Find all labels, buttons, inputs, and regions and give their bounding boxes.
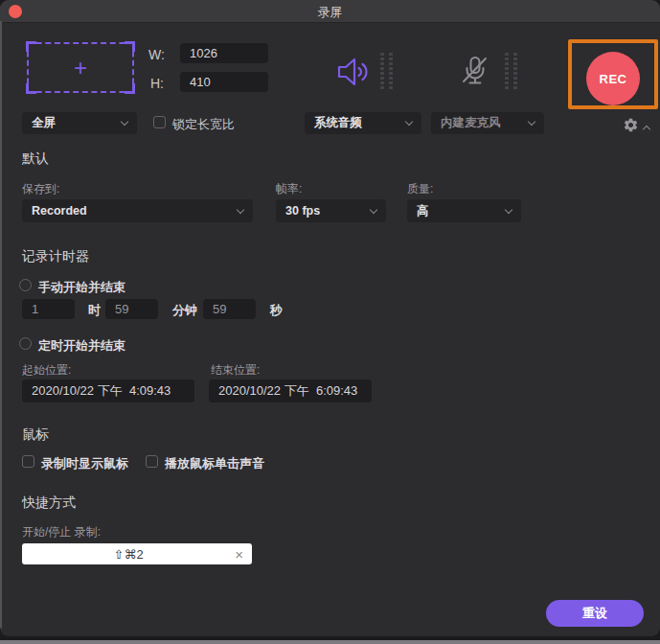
- save-to-value: Recorded: [32, 204, 87, 218]
- scheduled-timer-radio[interactable]: [19, 337, 32, 350]
- corner-bracket: [26, 41, 36, 52]
- hours-unit-label: 时: [88, 302, 101, 319]
- background-window-edge: [0, 640, 660, 644]
- quality-dropdown[interactable]: 高: [407, 199, 521, 222]
- collapse-chevron-up-icon[interactable]: [643, 126, 650, 133]
- chevron-down-icon: [237, 205, 244, 213]
- hours-input[interactable]: 1: [22, 299, 75, 319]
- seconds-unit-label: 秒: [270, 302, 283, 319]
- titlebar: 录屏: [0, 0, 660, 23]
- reset-button-label: 重设: [582, 605, 607, 622]
- manual-timer-radio[interactable]: [19, 279, 32, 291]
- framerate-value: 30 fps: [285, 204, 320, 218]
- lock-aspect-checkbox[interactable]: [153, 116, 166, 128]
- corner-bracket: [125, 83, 135, 94]
- end-time-label: 结束位置:: [211, 362, 260, 379]
- minutes-input[interactable]: 59: [105, 299, 158, 319]
- minutes-unit-label: 分钟: [172, 302, 197, 319]
- plus-icon: +: [74, 57, 87, 80]
- save-to-dropdown[interactable]: Recorded: [22, 199, 253, 222]
- seconds-input[interactable]: 59: [203, 299, 256, 319]
- window-title: 录屏: [0, 4, 660, 21]
- screen: 录屏 + W: 1026 H: 410: [0, 0, 660, 644]
- rec-button-label: REC: [600, 72, 627, 86]
- speaker-icon[interactable]: [332, 54, 373, 90]
- system-audio-dropdown[interactable]: 系统音频: [305, 112, 421, 134]
- corner-bracket: [26, 83, 36, 94]
- save-to-label: 保存到:: [22, 181, 59, 197]
- width-input[interactable]: 1026: [180, 43, 268, 63]
- record-hotkey-value: ⇧⌘2: [22, 547, 235, 562]
- window-edge-highlight: [0, 21, 2, 629]
- lock-aspect-label: 锁定长宽比: [172, 116, 235, 133]
- record-hotkey-input[interactable]: ⇧⌘2 ×: [22, 543, 252, 564]
- end-time-input[interactable]: 2020/10/22 下午 6:09:43: [209, 380, 372, 402]
- chevron-down-icon: [528, 118, 535, 126]
- chevron-down-icon: [121, 118, 128, 126]
- start-time-label: 起始位置:: [22, 362, 71, 379]
- start-time-value: 2020/10/22 下午 4:09:43: [32, 382, 171, 400]
- gear-icon[interactable]: [623, 117, 639, 133]
- show-cursor-checkbox[interactable]: [22, 455, 34, 468]
- chevron-down-icon: [505, 205, 512, 213]
- chevron-down-icon: [370, 205, 377, 213]
- defaults-section-header: 默认: [22, 150, 49, 168]
- click-sound-checkbox[interactable]: [146, 455, 158, 468]
- chevron-down-icon: [405, 118, 413, 126]
- capture-mode-dropdown[interactable]: 全屏: [22, 112, 137, 134]
- seconds-value: 59: [213, 302, 226, 316]
- framerate-label: 帧率:: [276, 181, 302, 197]
- recorder-window: 录屏 + W: 1026 H: 410: [0, 0, 660, 636]
- mouse-section-header: 鼠标: [22, 426, 49, 444]
- rec-button[interactable]: REC: [586, 52, 640, 105]
- quality-value: 高: [417, 203, 429, 219]
- microphone-value: 内建麦克风: [441, 115, 501, 131]
- record-hotkey-label: 开始/停止 录制:: [22, 524, 101, 540]
- shortcuts-section-header: 快捷方式: [22, 494, 76, 512]
- width-label: W:: [148, 47, 165, 62]
- height-input[interactable]: 410: [180, 72, 268, 92]
- clear-hotkey-icon[interactable]: ×: [235, 546, 252, 563]
- height-label: H:: [150, 76, 164, 91]
- show-cursor-label: 录制时显示鼠标: [41, 455, 128, 472]
- microphone-muted-icon[interactable]: [454, 50, 496, 92]
- corner-bracket: [125, 41, 135, 52]
- width-value: 1026: [190, 46, 217, 60]
- microphone-dropdown[interactable]: 内建麦克风: [431, 112, 544, 134]
- end-time-value: 2020/10/22 下午 6:09:43: [218, 382, 357, 400]
- microphone-level-meter: [505, 53, 517, 89]
- system-audio-value: 系统音频: [314, 115, 362, 131]
- manual-timer-label: 手动开始并结束: [38, 279, 125, 296]
- timer-section-header: 记录计时器: [22, 248, 89, 265]
- capture-mode-value: 全屏: [32, 115, 56, 131]
- minutes-value: 59: [115, 302, 128, 316]
- scheduled-timer-label: 定时开始并结束: [38, 337, 125, 355]
- reset-button[interactable]: 重设: [546, 600, 644, 627]
- click-sound-label: 播放鼠标单击声音: [165, 455, 264, 472]
- capture-area-selector[interactable]: +: [27, 42, 134, 93]
- hours-value: 1: [32, 302, 38, 316]
- framerate-dropdown[interactable]: 30 fps: [276, 199, 386, 222]
- start-time-input[interactable]: 2020/10/22 下午 4:09:43: [22, 380, 194, 402]
- quality-label: 质量:: [407, 181, 433, 197]
- system-audio-level-meter: [380, 53, 393, 89]
- height-value: 410: [190, 75, 211, 89]
